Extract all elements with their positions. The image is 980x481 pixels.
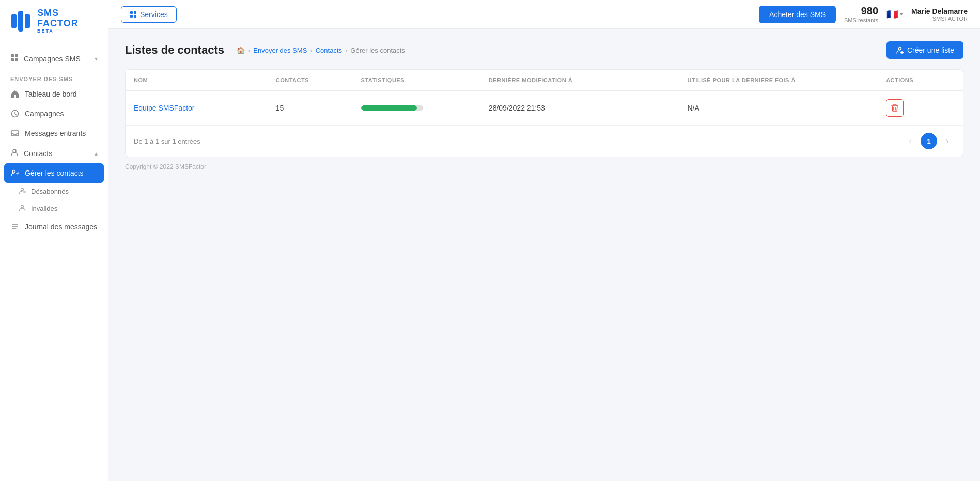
- grid-icon: [10, 54, 19, 64]
- breadcrumb: 🏠 › Envoyer des SMS › Contacts › Gérer l…: [237, 46, 405, 54]
- flag-icon: 🇫🇷: [886, 9, 898, 20]
- breadcrumb-sep-2: ›: [310, 46, 312, 54]
- col-header-statistiques: STATISTIQUES: [353, 70, 480, 91]
- col-header-derniere-modif: DERNIÈRE MODIFICATION À: [480, 70, 679, 91]
- buy-sms-label: Acheter des SMS: [769, 10, 826, 19]
- progress-bar: [361, 105, 423, 111]
- svg-point-14: [21, 205, 24, 208]
- svg-point-11: [21, 188, 24, 191]
- breadcrumb-home[interactable]: 🏠: [237, 46, 245, 54]
- user-company: SMSFACTOR: [911, 15, 968, 22]
- svg-rect-19: [134, 11, 136, 14]
- col-header-contacts: CONTACTS: [268, 70, 353, 91]
- svg-rect-4: [15, 54, 18, 57]
- svg-rect-2: [25, 14, 30, 28]
- breadcrumb-contacts[interactable]: Contacts: [316, 46, 342, 54]
- breadcrumb-current: Gérer les contacts: [350, 46, 405, 54]
- user-info[interactable]: Marie Delamarre SMSFACTOR: [911, 7, 968, 22]
- logo-text: SMS FACTOR BETA: [37, 8, 79, 34]
- journal-messages-label: Journal des messages: [25, 223, 97, 231]
- sidebar: SMS FACTOR BETA Campagnes SMS ▾ ENVOYER …: [0, 0, 108, 481]
- buy-sms-button[interactable]: Acheter des SMS: [759, 6, 836, 23]
- table-body: Equipe SMSFactor 15 28/09/2022 21:53 N/A: [126, 91, 963, 126]
- contacts-label: Contacts: [24, 149, 52, 158]
- col-header-actions: ACTIONS: [878, 70, 963, 91]
- breadcrumb-envoyer-sms[interactable]: Envoyer des SMS: [253, 46, 307, 54]
- table-footer: De 1 à 1 sur 1 entrées ‹ 1 ›: [126, 125, 963, 157]
- breadcrumb-sep-1: ›: [248, 46, 250, 54]
- cell-contacts: 15: [268, 91, 353, 126]
- manage-contacts-icon: [10, 168, 20, 178]
- svg-point-22: [898, 48, 901, 50]
- cell-derniere-modif: 28/09/2022 21:53: [480, 91, 679, 126]
- page-title: Listes de contacts: [125, 43, 224, 57]
- section-label: ENVOYER DES SMS: [0, 69, 108, 84]
- sidebar-item-gerer-les-contacts[interactable]: Gérer les contacts: [4, 163, 104, 183]
- copyright-text: Copyright © 2022 SMSFactor: [125, 163, 206, 170]
- services-label: Services: [140, 10, 168, 19]
- logo-factor: FACTOR: [37, 19, 79, 29]
- svg-rect-21: [134, 15, 136, 18]
- svg-rect-1: [18, 11, 23, 32]
- page-1-button[interactable]: 1: [921, 133, 937, 149]
- logo-area: SMS FACTOR BETA: [0, 0, 108, 42]
- user-name: Marie Delamarre: [911, 7, 968, 15]
- gerer-contacts-label: Gérer les contacts: [25, 169, 84, 177]
- svg-rect-6: [15, 58, 18, 61]
- col-header-utilise: UTILISÉ POUR LA DERNIÈRE FOIS À: [679, 70, 878, 91]
- messages-entrants-label: Messages entrants: [25, 129, 86, 137]
- sidebar-item-tableau-de-bord[interactable]: Tableau de bord: [0, 84, 108, 104]
- sms-counter: 980 SMS restants: [844, 5, 878, 23]
- svg-rect-0: [11, 14, 17, 28]
- desabonnes-icon: [19, 187, 26, 196]
- sidebar-item-journal-des-messages[interactable]: Journal des messages: [0, 217, 108, 237]
- tableau-de-bord-label: Tableau de bord: [25, 90, 76, 98]
- progress-bar-fill: [361, 105, 417, 111]
- breadcrumb-sep-3: ›: [345, 46, 347, 54]
- contacts-table: NOM CONTACTS STATISTIQUES DERNIÈRE MODIF…: [126, 70, 963, 125]
- logo-icon: [10, 10, 33, 33]
- desabonnes-label: Désabonnés: [31, 188, 69, 195]
- sidebar-item-campagnes[interactable]: Campagnes: [0, 104, 108, 123]
- svg-rect-5: [11, 58, 14, 61]
- prev-page-button[interactable]: ‹: [903, 134, 917, 148]
- main-area: Services Acheter des SMS 980 SMS restant…: [108, 0, 980, 481]
- services-button[interactable]: Services: [121, 6, 177, 23]
- campagnes-sms-label: Campagnes SMS: [24, 55, 81, 63]
- create-list-button[interactable]: Créer une liste: [886, 41, 963, 59]
- svg-point-9: [13, 149, 16, 152]
- invalides-label: Invalides: [31, 205, 57, 212]
- language-selector[interactable]: 🇫🇷 ▾: [886, 9, 903, 20]
- sidebar-item-messages-entrants[interactable]: Messages entrants: [0, 123, 108, 143]
- logo-beta: BETA: [37, 29, 79, 34]
- create-list-label: Créer une liste: [907, 46, 954, 54]
- chevron-down-icon: ▾: [95, 55, 98, 63]
- content-footer: Copyright © 2022 SMSFactor: [125, 157, 963, 173]
- col-header-nom: NOM: [126, 70, 268, 91]
- contacts-table-container: NOM CONTACTS STATISTIQUES DERNIÈRE MODIF…: [125, 69, 963, 157]
- person-icon: [10, 148, 19, 158]
- table-header: NOM CONTACTS STATISTIQUES DERNIÈRE MODIF…: [126, 70, 963, 91]
- sidebar-item-contacts[interactable]: Contacts ▴: [0, 143, 108, 163]
- journal-icon: [10, 222, 20, 231]
- next-page-button[interactable]: ›: [940, 134, 955, 148]
- svg-point-10: [13, 170, 15, 173]
- delete-button[interactable]: [886, 99, 904, 117]
- sidebar-item-desabonnes[interactable]: Désabonnés: [0, 183, 108, 200]
- clock-icon: [10, 109, 20, 118]
- svg-rect-3: [11, 54, 14, 57]
- cell-statistiques: [353, 91, 480, 126]
- content-area: Listes de contacts 🏠 › Envoyer des SMS ›…: [108, 29, 980, 481]
- svg-rect-20: [130, 15, 133, 18]
- table-row: Equipe SMSFactor 15 28/09/2022 21:53 N/A: [126, 91, 963, 126]
- sidebar-item-invalides[interactable]: Invalides: [0, 200, 108, 217]
- inbox-icon: [10, 129, 20, 138]
- home-icon: [10, 89, 20, 99]
- chevron-down-icon: ▾: [900, 11, 903, 18]
- contact-name-link[interactable]: Equipe SMSFactor: [134, 104, 195, 112]
- cell-nom: Equipe SMSFactor: [126, 91, 268, 126]
- sidebar-item-campagnes-sms[interactable]: Campagnes SMS ▾: [0, 49, 108, 69]
- pagination-info: De 1 à 1 sur 1 entrées: [134, 137, 200, 145]
- campagnes-label: Campagnes: [25, 110, 64, 118]
- svg-rect-18: [130, 11, 133, 14]
